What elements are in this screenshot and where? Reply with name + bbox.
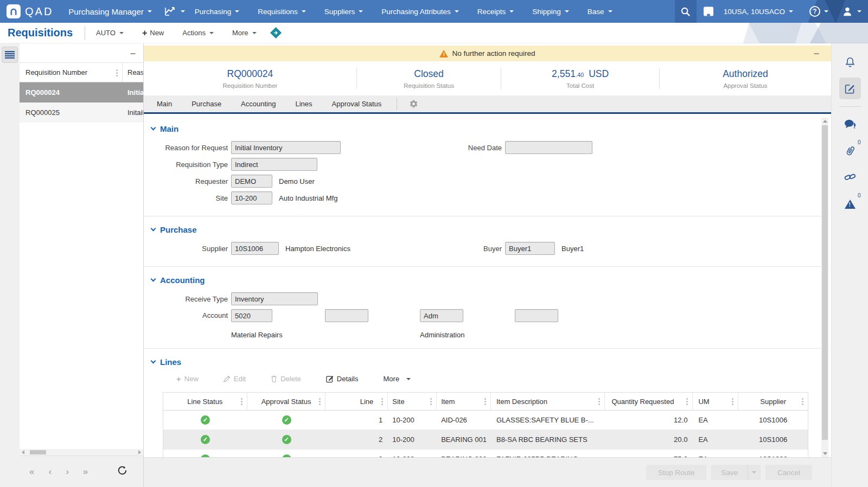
cancel-button[interactable]: Cancel: [765, 465, 812, 480]
last-page-button[interactable]: »: [83, 466, 88, 477]
nav-menu-shipping[interactable]: Shipping: [532, 8, 569, 16]
company-domain-menu[interactable]: 10USA, 10USACO: [720, 8, 803, 16]
nav-menu-receipts[interactable]: Receipts: [477, 8, 514, 16]
section-lines-header[interactable]: Lines: [151, 357, 822, 367]
search-button[interactable]: [675, 0, 697, 23]
save-button[interactable]: Save: [711, 465, 748, 480]
notifications-button[interactable]: [839, 51, 861, 73]
scrollbar-thumb[interactable]: [822, 125, 828, 440]
browse-row-rq000024[interactable]: RQ000024 Initial: [20, 82, 143, 102]
column-menu-icon[interactable]: [241, 398, 242, 400]
project-field[interactable]: [515, 309, 558, 322]
section-main-header[interactable]: Main: [151, 124, 822, 133]
help-menu[interactable]: ?: [803, 6, 835, 17]
requester-field[interactable]: DEMO: [231, 175, 272, 188]
line-row-3[interactable]: ✓ ✓ 3 10-200 BEARING 002 FAFNIR 205PP BE…: [163, 450, 808, 457]
save-options-button[interactable]: [748, 465, 761, 480]
reason-for-request-field[interactable]: Initial Inventory: [231, 141, 341, 154]
col-approval-status[interactable]: Approval Status: [247, 393, 326, 410]
stop-route-button[interactable]: Stop Route: [646, 465, 707, 480]
column-header-requisition-number[interactable]: Requisition Number: [20, 63, 123, 82]
lines-new-button[interactable]: + New: [176, 374, 199, 383]
nav-menu-purchasing[interactable]: Purchasing: [195, 8, 240, 16]
column-menu-icon[interactable]: [319, 398, 321, 400]
previous-page-button[interactable]: ‹: [48, 466, 52, 477]
collapse-panel-button[interactable]: –: [130, 50, 136, 56]
browse-row-rq000025[interactable]: RQ000025 Initail: [20, 102, 143, 123]
account-field[interactable]: 5020: [231, 309, 272, 322]
col-site[interactable]: Site: [388, 393, 437, 410]
line-row-2[interactable]: ✓ ✓ 2 10-200 BEARING 001 B8-SA RBC BEARI…: [163, 430, 808, 450]
summary-requisition-number: RQ000024 Requisition Number: [144, 68, 356, 89]
need-date-field[interactable]: [505, 141, 592, 154]
tab-purchase[interactable]: Purchase: [192, 100, 221, 108]
scroll-left-icon[interactable]: [22, 450, 24, 454]
insights-menu[interactable]: [161, 6, 195, 17]
column-menu-icon[interactable]: [116, 69, 118, 71]
scroll-right-icon[interactable]: [138, 450, 141, 454]
receive-type-field[interactable]: Inventory: [231, 292, 318, 305]
inbox-button[interactable]: [697, 0, 720, 23]
gear-icon[interactable]: [409, 99, 418, 108]
requisition-type-field[interactable]: Indirect: [231, 158, 317, 171]
more-menu[interactable]: More: [232, 29, 257, 37]
scroll-up-icon[interactable]: [823, 120, 827, 123]
nav-menu-purchasing-attributes[interactable]: Purchasing Attributes: [381, 8, 459, 16]
tab-approval-status[interactable]: Approval Status: [332, 100, 382, 108]
col-item-description[interactable]: Item Description: [491, 393, 605, 410]
col-line-status[interactable]: Line Status: [163, 393, 247, 410]
col-item[interactable]: Item: [437, 393, 491, 410]
links-button[interactable]: [839, 166, 861, 188]
nav-menu-base[interactable]: Base: [588, 8, 612, 16]
new-button[interactable]: +New: [142, 28, 164, 38]
nav-menu-requisitions[interactable]: Requisitions: [258, 8, 306, 16]
comments-button[interactable]: [839, 113, 861, 135]
scroll-down-icon[interactable]: [823, 452, 827, 455]
browse-list-toggle-button[interactable]: [2, 47, 18, 63]
tab-main[interactable]: Main: [157, 100, 172, 108]
first-page-button[interactable]: «: [29, 466, 34, 477]
process-map-button[interactable]: [270, 27, 281, 39]
section-purchase-header[interactable]: Purchase: [151, 225, 822, 234]
column-menu-icon[interactable]: [732, 398, 733, 400]
warnings-button[interactable]: ! 0: [839, 193, 861, 215]
col-line[interactable]: Line: [326, 393, 388, 410]
col-um[interactable]: UM: [693, 393, 738, 410]
buyer-field[interactable]: Buyer1: [505, 242, 555, 255]
browse-horizontal-scrollbar[interactable]: [20, 449, 143, 456]
line-row-1[interactable]: ✓ ✓ 1 10-200 AID-026 GLASSES:SAFETY BLUE…: [163, 411, 808, 430]
auto-view-menu[interactable]: AUTO: [96, 29, 124, 37]
role-menu[interactable]: Purchasing Manager: [61, 7, 160, 16]
column-menu-icon[interactable]: [802, 398, 803, 400]
column-header-reason[interactable]: Reason: [123, 63, 143, 82]
tab-lines[interactable]: Lines: [295, 100, 312, 108]
next-page-button[interactable]: ›: [66, 466, 69, 477]
column-menu-icon[interactable]: [598, 398, 600, 400]
qad-logo[interactable]: QAD: [0, 4, 61, 18]
refresh-button[interactable]: [117, 466, 127, 478]
section-accounting-header[interactable]: Accounting: [151, 275, 822, 285]
col-quantity-requested[interactable]: Quantity Requested: [605, 393, 693, 410]
actions-menu[interactable]: Actions: [182, 29, 214, 37]
column-menu-icon[interactable]: [686, 398, 688, 400]
supplier-field[interactable]: 10S1006: [231, 242, 279, 255]
tab-accounting[interactable]: Accounting: [241, 100, 276, 108]
column-menu-icon[interactable]: [381, 398, 383, 400]
cost-center-field[interactable]: Adm: [420, 309, 463, 322]
attachments-button[interactable]: 0: [839, 140, 861, 162]
lines-edit-button[interactable]: Edit: [224, 375, 246, 383]
sub-account-field[interactable]: [325, 309, 368, 322]
column-menu-icon[interactable]: [430, 398, 432, 400]
main-vertical-scrollbar[interactable]: [821, 118, 828, 457]
column-menu-icon[interactable]: [484, 398, 486, 400]
banner-collapse-button[interactable]: –: [814, 48, 819, 59]
lines-delete-button[interactable]: Delete: [271, 375, 301, 383]
user-menu[interactable]: [835, 5, 868, 17]
lines-more-menu[interactable]: More: [384, 375, 411, 383]
nav-menu-suppliers[interactable]: Suppliers: [324, 8, 363, 16]
edit-mode-button[interactable]: [839, 78, 861, 99]
col-supplier[interactable]: Supplier: [738, 393, 808, 410]
lines-details-button[interactable]: Details: [326, 375, 359, 383]
site-field[interactable]: 10-200: [231, 191, 272, 204]
scrollbar-thumb[interactable]: [30, 450, 46, 454]
